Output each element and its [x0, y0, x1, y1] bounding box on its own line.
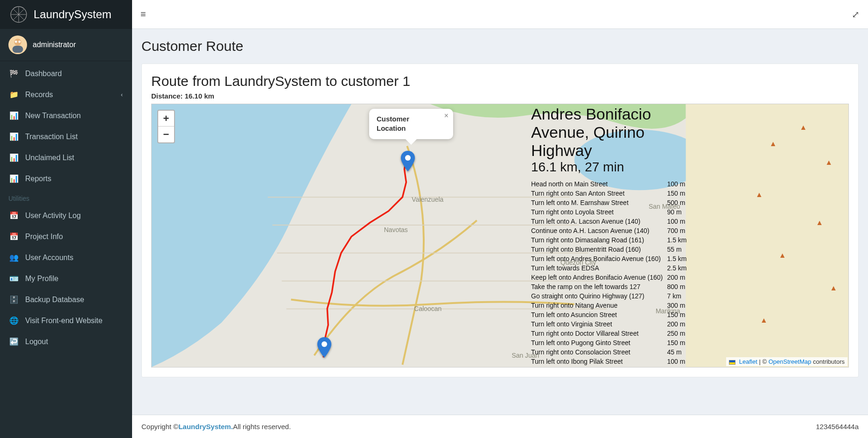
step-instruction: Turn right onto Doctor Villareal Street [531, 329, 667, 338]
footer-version: 1234564444a [816, 423, 859, 431]
zoom-controls: + − [157, 110, 175, 143]
svg-text:▲: ▲ [779, 251, 786, 259]
svg-text:Caloocan: Caloocan [414, 305, 441, 312]
directions-step[interactable]: Turn right onto Dimasalang Road (161)1.5… [531, 235, 690, 245]
route-title: Route from LaundrySystem to customer 1 [151, 73, 849, 89]
nav-dashboard[interactable]: 🏁Dashboard [0, 63, 132, 84]
route-distance: Distance: 16.10 km [151, 92, 849, 100]
directions-step[interactable]: Turn left onto Virginia Street200 m [531, 319, 690, 329]
directions-step[interactable]: Go straight onto Quirino Highway (127)7 … [531, 291, 690, 301]
svg-rect-4 [13, 46, 23, 53]
step-distance: 1.5 km [667, 235, 690, 245]
nav-unclaimed-list[interactable]: 📊Unclaimed List [0, 147, 132, 168]
map[interactable]: Meycauayan Valenzuela Caloocan Quezon Ci… [151, 104, 849, 367]
step-distance: 150 m [667, 189, 690, 198]
step-instruction: Turn left onto Ibong Pilak Street [531, 357, 667, 366]
nav-label: Backup Database [25, 296, 84, 304]
step-instruction: Turn left onto Andres Bonifacio Avenue (… [531, 254, 667, 263]
user-name: administrator [33, 41, 76, 49]
main-nav: 🏁Dashboard 📁Records‹ 📊New Transaction 📊T… [0, 61, 132, 352]
marker-destination[interactable] [401, 151, 415, 171]
directions-step[interactable]: Continue onto A.H. Lacson Avenue (140)70… [531, 226, 690, 235]
step-instruction: Turn left onto A. Lacson Avenue (140) [531, 217, 667, 226]
nav-label: Visit Front-end Website [25, 317, 103, 325]
svg-text:Valenzuela: Valenzuela [412, 196, 443, 203]
nav-logout[interactable]: ↩️Logout [0, 331, 132, 352]
nav-new-transaction[interactable]: 📊New Transaction [0, 105, 132, 126]
nav-user-activity[interactable]: 📅User Activity Log [0, 205, 132, 226]
topbar: ≡ ⤢ [132, 0, 868, 29]
map-attribution: Leaflet | © OpenStreetMap contributors [726, 357, 847, 366]
step-instruction: Turn right onto Blumentritt Road (160) [531, 245, 667, 254]
directions-step[interactable]: Turn left onto Pugong Ginto Street150 m [531, 338, 690, 347]
bar-chart-icon: 📊 [9, 132, 19, 141]
osm-link[interactable]: OpenStreetMap [769, 358, 812, 365]
directions-step[interactable]: Turn left towards EDSA2.5 km [531, 263, 690, 273]
directions-step[interactable]: Head north on Main Street100 m [531, 179, 690, 189]
step-instruction: Go straight onto Quirino Highway (127) [531, 291, 667, 301]
brand-title: LaundrySystem [34, 8, 112, 21]
svg-point-24 [322, 341, 327, 347]
nav-project-info[interactable]: 📅Project Info [0, 226, 132, 247]
directions-headline: Andres Bonifacio Avenue, Quirino Highway [531, 105, 690, 160]
directions-step[interactable]: Take the ramp on the left towards 127800… [531, 282, 690, 291]
step-distance: 500 m [667, 198, 690, 207]
directions-step[interactable]: Turn left onto Andres Bonifacio Avenue (… [531, 254, 690, 263]
zoom-out-button[interactable]: − [158, 127, 174, 142]
step-distance: 1.5 km [667, 254, 690, 263]
step-instruction: Turn left onto Asuncion Street [531, 310, 667, 319]
svg-text:▲: ▲ [830, 284, 837, 292]
calendar-icon: 📅 [9, 211, 19, 220]
footer-rights: All rights reserved. [233, 423, 291, 431]
directions-step[interactable]: Keep left onto Andres Bonifacio Avenue (… [531, 273, 690, 282]
directions-step[interactable]: Turn left onto Asuncion Street150 m [531, 310, 690, 319]
brand[interactable]: LaundrySystem [0, 0, 132, 29]
directions-step[interactable]: Turn right onto Loyola Street90 m [531, 207, 690, 217]
popup-text: Customer Location [377, 114, 438, 134]
nav-label: Transaction List [25, 133, 77, 141]
calendar-icon: 📅 [9, 232, 19, 241]
step-distance: 150 m [667, 338, 690, 347]
directions-step[interactable]: Turn right onto Nitang Avenue300 m [531, 301, 690, 310]
step-instruction: Turn right onto Consolacion Street [531, 347, 667, 357]
svg-text:▲: ▲ [770, 140, 777, 148]
database-icon: 🗄️ [9, 295, 19, 304]
step-instruction: Keep left onto Andres Bonifacio Avenue (… [531, 273, 667, 282]
step-instruction: Continue onto A.H. Lacson Avenue (140) [531, 226, 667, 235]
leaflet-link[interactable]: Leaflet [739, 358, 757, 365]
nav-transaction-list[interactable]: 📊Transaction List [0, 126, 132, 147]
nav-my-profile[interactable]: 🪪My Profile [0, 268, 132, 289]
directions-step[interactable]: Turn right onto Doctor Villareal Street2… [531, 329, 690, 338]
nav-records[interactable]: 📁Records‹ [0, 84, 132, 105]
folder-icon: 📁 [9, 90, 19, 99]
directions-step[interactable]: Turn left onto Ibong Pilak Street100 m [531, 357, 690, 366]
nav-user-accounts[interactable]: 👥User Accounts [0, 247, 132, 268]
directions-step[interactable]: Turn right onto Consolacion Street45 m [531, 347, 690, 357]
sidebar: LaundrySystem administrator 🏁Dashboard 📁… [0, 0, 132, 438]
menu-toggle-icon[interactable]: ≡ [140, 9, 146, 20]
fullscreen-icon[interactable]: ⤢ [852, 9, 860, 20]
directions-summary: 16.1 km, 27 min [531, 160, 690, 175]
nav-reports[interactable]: 📊Reports [0, 168, 132, 189]
directions-step[interactable]: Turn right onto Blumentritt Road (160)55… [531, 245, 690, 254]
directions-step[interactable]: Turn left onto M. Earnshaw Street500 m [531, 198, 690, 207]
nav-label: Dashboard [25, 70, 62, 78]
zoom-in-button[interactable]: + [158, 111, 174, 127]
step-distance: 55 m [667, 245, 690, 254]
nav-label: Unclaimed List [25, 154, 74, 162]
svg-rect-7 [686, 104, 848, 367]
user-panel[interactable]: administrator [0, 29, 132, 61]
nav-visit-frontend[interactable]: 🌐Visit Front-end Website [0, 310, 132, 331]
nav-backup-db[interactable]: 🗄️Backup Database [0, 289, 132, 310]
footer-shop-name[interactable]: LaundrySystem. [178, 423, 233, 431]
marker-origin[interactable] [317, 337, 331, 358]
step-distance: 250 m [667, 329, 690, 338]
svg-text:▲: ▲ [816, 219, 823, 226]
route-card: Route from LaundrySystem to customer 1 D… [141, 64, 859, 377]
directions-step[interactable]: Turn left onto A. Lacson Avenue (140)100… [531, 217, 690, 226]
attr-sep: | © [759, 358, 768, 365]
directions-step[interactable]: Turn right onto San Anton Street150 m [531, 189, 690, 198]
step-distance: 45 m [667, 347, 690, 357]
nav-label: User Accounts [25, 254, 73, 262]
popup-close-icon[interactable]: × [444, 112, 448, 120]
